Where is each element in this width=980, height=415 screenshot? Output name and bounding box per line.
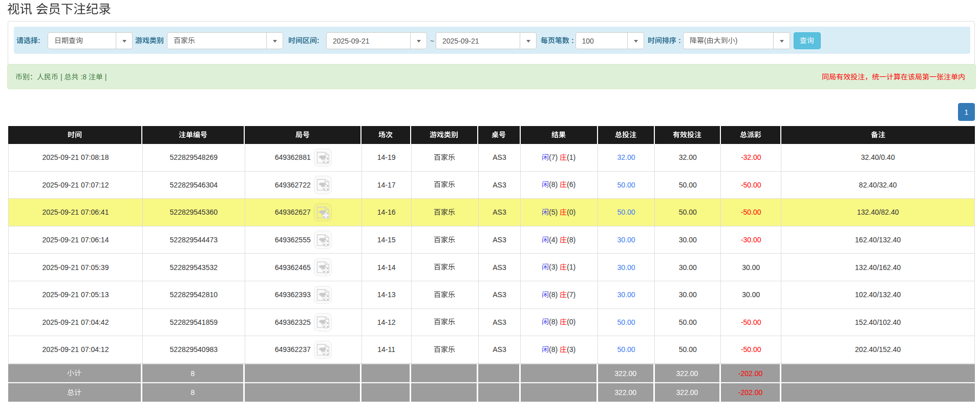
svg-text:(7): (7) (549, 153, 560, 161)
svg-text:(6): (6) (567, 180, 576, 189)
svg-text:(8): (8) (549, 291, 560, 299)
svg-text:(0): (0) (567, 318, 576, 326)
svg-text:(1): (1) (567, 153, 576, 161)
svg-text:(7): (7) (567, 291, 576, 299)
svg-text:(8): (8) (549, 180, 560, 189)
svg-text::: : (317, 36, 319, 45)
svg-text:(: ( (704, 36, 707, 45)
svg-text::: : (569, 36, 574, 45)
svg-text:|: | (103, 73, 107, 81)
svg-text:(8): (8) (567, 236, 576, 244)
svg-text:(5): (5) (549, 208, 560, 216)
svg-text:(0): (0) (567, 208, 576, 216)
svg-text::8: :8 (78, 73, 88, 81)
svg-text:(4): (4) (549, 236, 560, 244)
svg-text::: : (38, 36, 40, 45)
svg-text:(8): (8) (549, 318, 560, 326)
svg-text:|: | (58, 73, 64, 81)
svg-text:(8): (8) (549, 345, 560, 354)
svg-text::: : (676, 36, 681, 45)
svg-text:(3): (3) (567, 345, 576, 354)
svg-text:(3): (3) (549, 263, 560, 271)
svg-text:(1): (1) (567, 263, 576, 271)
svg-text:): ) (735, 36, 737, 45)
